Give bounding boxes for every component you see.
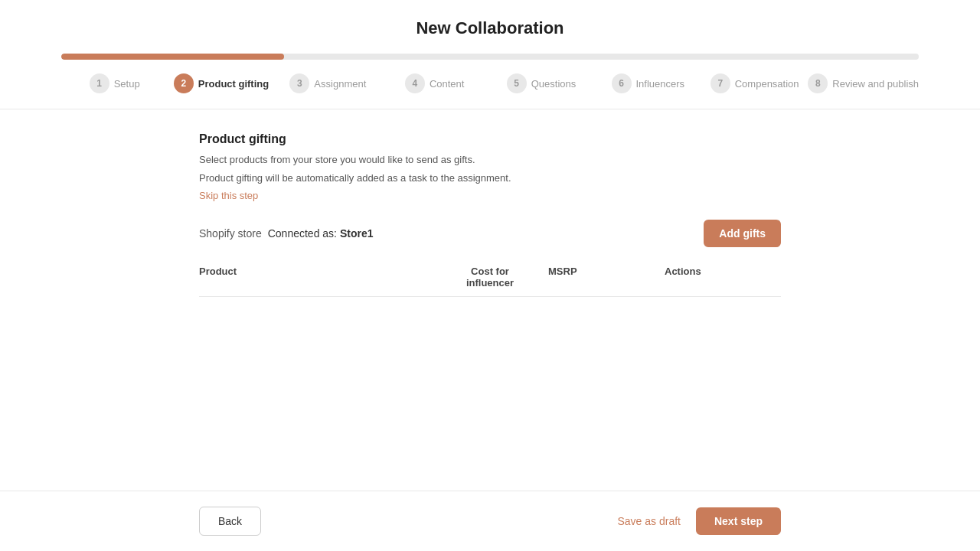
skip-this-step-link[interactable]: Skip this step: [199, 190, 258, 201]
progress-bar-track: [61, 54, 919, 60]
next-step-button[interactable]: Next step: [696, 507, 781, 535]
step-circle-2: 2: [174, 73, 194, 93]
col-header-actions: Actions: [665, 266, 781, 289]
step-questions[interactable]: 5 Questions: [488, 73, 594, 93]
main-content: Product gifting Select products from you…: [0, 132, 980, 491]
progress-bar-container: [0, 54, 980, 60]
section-desc-line1: Select products from your store you woul…: [199, 152, 781, 168]
step-label-compensation: Compensation: [735, 78, 799, 90]
step-setup[interactable]: 1 Setup: [61, 73, 168, 93]
step-label-setup: Setup: [114, 78, 140, 90]
save-as-draft-link[interactable]: Save as draft: [617, 515, 681, 527]
section-desc-line2: Product gifting will be automatically ad…: [199, 171, 781, 186]
back-button[interactable]: Back: [199, 507, 261, 536]
step-compensation[interactable]: 7 Compensation: [701, 73, 808, 93]
step-influencers[interactable]: 6 Influencers: [595, 73, 701, 93]
table-header: Product Cost for influencer MSRP Actions: [199, 266, 781, 297]
col-header-cost: Cost for influencer: [432, 266, 548, 289]
step-review-publish[interactable]: 8 Review and publish: [808, 73, 919, 93]
store-connected-label: Connected as: Store1: [268, 227, 374, 240]
step-assignment[interactable]: 3 Assignment: [275, 73, 381, 93]
steps-container: 1 Setup 2 Product gifting 3 Assignment 4…: [0, 67, 980, 109]
step-label-questions: Questions: [531, 78, 577, 90]
step-circle-6: 6: [612, 73, 632, 93]
page-header: New Collaboration: [0, 0, 980, 54]
table-body: [199, 297, 781, 419]
step-label-review-publish: Review and publish: [832, 78, 919, 90]
store-row: Shopify store Connected as: Store1 Add g…: [199, 220, 781, 247]
step-circle-4: 4: [405, 73, 425, 93]
col-header-product: Product: [199, 266, 432, 289]
progress-bar-fill: [61, 54, 284, 60]
footer-right: Save as draft Next step: [617, 507, 781, 535]
step-circle-3: 3: [289, 73, 309, 93]
page-footer: Back Save as draft Next step: [0, 491, 980, 551]
step-circle-5: 5: [507, 73, 527, 93]
step-circle-8: 8: [808, 73, 828, 93]
store-info: Shopify store Connected as: Store1: [199, 227, 373, 240]
step-label-content: Content: [430, 78, 465, 90]
products-table: Product Cost for influencer MSRP Actions: [199, 266, 781, 419]
col-header-msrp: MSRP: [548, 266, 665, 289]
section-divider: [0, 109, 980, 109]
step-content[interactable]: 4 Content: [381, 73, 488, 93]
step-product-gifting[interactable]: 2 Product gifting: [168, 73, 274, 93]
step-label-assignment: Assignment: [314, 78, 366, 90]
store-label: Shopify store: [199, 227, 262, 240]
add-gifts-button[interactable]: Add gifts: [704, 220, 781, 247]
section-title: Product gifting: [199, 132, 781, 146]
footer-left: Back: [199, 507, 261, 536]
step-circle-7: 7: [710, 73, 730, 93]
step-label-influencers: Influencers: [636, 78, 685, 90]
step-label-product-gifting: Product gifting: [198, 78, 269, 90]
page-title: New Collaboration: [416, 18, 564, 37]
step-circle-1: 1: [90, 73, 109, 93]
store-name: Store1: [340, 227, 374, 240]
